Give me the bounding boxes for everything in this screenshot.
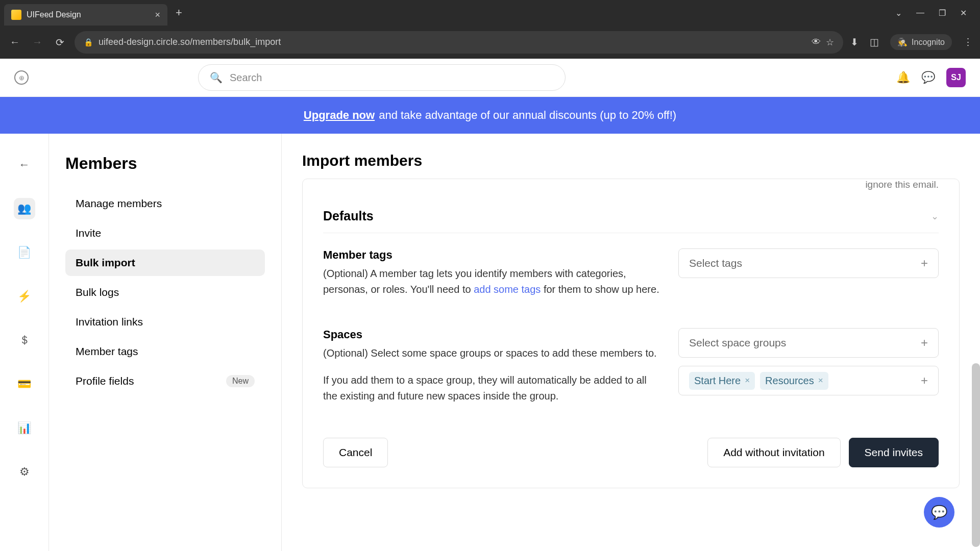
spaces-desc-1: (Optional) Select some space groups or s…	[323, 345, 662, 361]
minimize-icon[interactable]: ―	[916, 8, 924, 17]
send-invites-button[interactable]: Send invites	[849, 438, 939, 467]
chat-icon[interactable]: 💬	[921, 71, 935, 84]
cancel-button[interactable]: Cancel	[323, 438, 388, 467]
select-tags-input[interactable]: Select tags +	[678, 248, 939, 278]
actions-row: Cancel Add without invitation Send invit…	[303, 419, 959, 488]
member-tags-row: Member tags (Optional) A member tag lets…	[303, 233, 959, 313]
dollar-icon[interactable]: ＄	[14, 330, 35, 351]
close-tab-icon[interactable]: ×	[155, 10, 160, 20]
address-row: ← → ⟳ 🔒 uifeed-design.circle.so/members/…	[0, 26, 980, 59]
member-tags-controls: Select tags +	[678, 248, 939, 297]
remove-chip-icon[interactable]: ×	[818, 375, 823, 386]
analytics-icon[interactable]: 📊	[14, 417, 35, 439]
browser-chrome: UIFeed Design × + ⌄ ― ❐ ✕ ← → ⟳ 🔒 uifeed…	[0, 0, 980, 59]
search-icon: 🔍	[210, 71, 223, 84]
select-space-groups-input[interactable]: Select space groups +	[678, 328, 939, 358]
help-chat-button[interactable]: 💬	[924, 497, 954, 528]
document-icon[interactable]: 📄	[14, 242, 35, 263]
page-title: Import members	[302, 152, 960, 169]
search-placeholder: Search	[230, 72, 262, 84]
chip-resources: Resources ×	[760, 372, 828, 390]
gear-icon[interactable]: ⚙	[14, 461, 35, 483]
sidebar-item-manage[interactable]: Manage members	[65, 190, 265, 217]
lock-icon: 🔒	[84, 38, 93, 47]
spaces-title: Spaces	[323, 328, 662, 341]
sidebar-item-bulk-logs[interactable]: Bulk logs	[65, 279, 265, 306]
download-icon[interactable]: ⬇	[850, 36, 859, 48]
incognito-badge[interactable]: 🕵 Incognito	[890, 34, 952, 50]
upgrade-link[interactable]: Upgrade now	[304, 109, 375, 122]
content: Import members ignore this email. Defaul…	[282, 134, 980, 551]
new-tab-button[interactable]: +	[176, 6, 182, 19]
chip-start-here: Start Here ×	[689, 372, 755, 390]
select-spaces-input[interactable]: Start Here × Resources × +	[678, 366, 939, 395]
incognito-icon: 🕵	[897, 37, 908, 47]
spaces-row: Spaces (Optional) Select some space grou…	[303, 313, 959, 419]
sidebar-item-bulk-import[interactable]: Bulk import	[65, 249, 265, 276]
spaces-desc-2: If you add them to a space group, they w…	[323, 372, 662, 404]
toolbar-right: ⬇ ◫ 🕵 Incognito ⋮	[850, 34, 973, 50]
app-logo[interactable]: ⊕	[14, 70, 29, 85]
forward-button[interactable]: →	[30, 36, 45, 48]
spaces-info: Spaces (Optional) Select some space grou…	[323, 328, 662, 404]
sidebar: Members Manage members Invite Bulk impor…	[49, 134, 282, 551]
scrollbar[interactable]	[972, 363, 980, 547]
defaults-title: Defaults	[323, 209, 374, 223]
sidebar-item-member-tags[interactable]: Member tags	[65, 338, 265, 365]
panel-icon[interactable]: ◫	[870, 36, 879, 48]
plus-icon: +	[921, 256, 928, 270]
plus-icon: +	[921, 373, 928, 388]
new-badge: New	[226, 375, 255, 387]
chevron-down-icon: ⌄	[931, 211, 939, 222]
defaults-header[interactable]: Defaults ⌄	[303, 194, 959, 233]
url-text: uifeed-design.circle.so/members/bulk_imp…	[99, 37, 806, 47]
card-icon[interactable]: 💳	[14, 373, 35, 395]
maximize-icon[interactable]: ❐	[939, 8, 946, 18]
search-input[interactable]: 🔍 Search	[198, 64, 566, 91]
bell-icon[interactable]: 🔔	[896, 71, 910, 84]
sidebar-item-profile-fields[interactable]: Profile fields New	[65, 368, 265, 394]
browser-tab[interactable]: UIFeed Design ×	[4, 4, 167, 26]
clipped-text: ignore this email.	[303, 179, 959, 194]
address-bar[interactable]: 🔒 uifeed-design.circle.so/members/bulk_i…	[75, 31, 843, 54]
app-header: ⊕ 🔍 Search 🔔 💬 SJ	[0, 59, 980, 97]
plus-icon: +	[921, 336, 928, 350]
sidebar-title: Members	[65, 154, 265, 173]
spaces-controls: Select space groups + Start Here × Resou…	[678, 328, 939, 404]
back-button[interactable]: ←	[7, 36, 22, 48]
add-tags-link[interactable]: add some tags	[474, 284, 541, 295]
member-tags-desc: (Optional) A member tag lets you identif…	[323, 266, 662, 297]
member-tags-info: Member tags (Optional) A member tag lets…	[323, 248, 662, 297]
tab-bar: UIFeed Design × + ⌄ ― ❐ ✕	[0, 0, 980, 26]
tab-title: UIFeed Design	[27, 10, 150, 19]
add-without-invitation-button[interactable]: Add without invitation	[707, 438, 840, 467]
sidebar-item-invitation-links[interactable]: Invitation links	[65, 309, 265, 335]
icon-rail: ← 👥 📄 ⚡ ＄ 💳 📊 ⚙	[0, 134, 49, 551]
window-controls: ⌄ ― ❐ ✕	[895, 8, 976, 18]
header-right: 🔔 💬 SJ	[896, 68, 966, 87]
kebab-menu-icon[interactable]: ⋮	[963, 36, 973, 48]
chevron-down-icon[interactable]: ⌄	[895, 8, 902, 18]
banner-text: and take advantage of our annual discoun…	[379, 109, 676, 122]
star-icon[interactable]: ☆	[826, 37, 834, 48]
eye-off-icon[interactable]: 👁	[812, 37, 821, 47]
upgrade-banner: Upgrade now and take advantage of our an…	[0, 97, 980, 134]
close-window-icon[interactable]: ✕	[960, 8, 967, 18]
remove-chip-icon[interactable]: ×	[745, 375, 750, 386]
bolt-icon[interactable]: ⚡	[14, 286, 35, 307]
main-layout: ← 👥 📄 ⚡ ＄ 💳 📊 ⚙ Members Manage members I…	[0, 134, 980, 551]
back-arrow-icon[interactable]: ←	[14, 154, 35, 176]
incognito-label: Incognito	[912, 38, 945, 47]
favicon	[11, 10, 21, 20]
members-icon[interactable]: 👥	[14, 198, 35, 219]
import-card: ignore this email. Defaults ⌄ Member tag…	[302, 179, 960, 488]
reload-button[interactable]: ⟳	[52, 36, 67, 48]
avatar[interactable]: SJ	[946, 68, 966, 87]
member-tags-title: Member tags	[323, 248, 662, 262]
sidebar-item-invite[interactable]: Invite	[65, 220, 265, 246]
